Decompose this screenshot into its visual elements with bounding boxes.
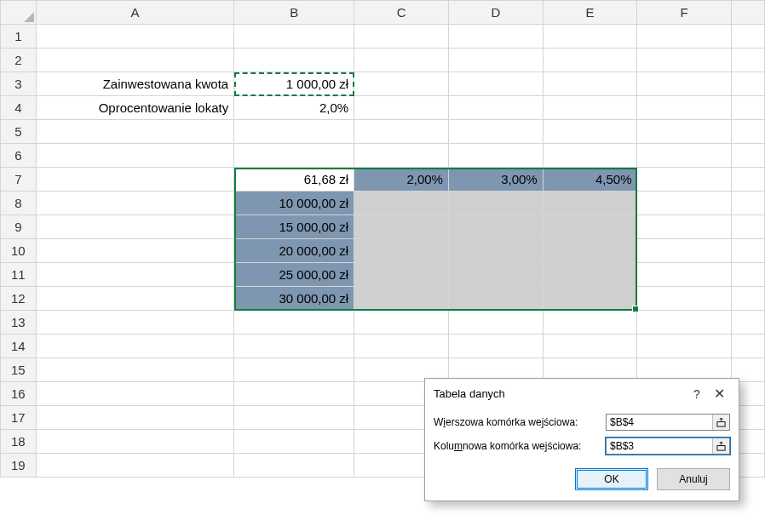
row-header-5[interactable]: 5	[1, 120, 37, 144]
cell-D2[interactable]	[448, 49, 543, 72]
row-header-15[interactable]: 15	[1, 358, 37, 382]
row-header-10[interactable]: 10	[1, 239, 37, 263]
cell-B1[interactable]	[234, 25, 354, 49]
cell-E4[interactable]	[543, 96, 637, 120]
cell-E2[interactable]	[543, 49, 637, 72]
cell-D10[interactable]	[448, 239, 543, 263]
cell-C10[interactable]	[354, 239, 449, 263]
cell-B16[interactable]	[234, 382, 354, 406]
cell-F9[interactable]	[637, 215, 731, 239]
cell-D3[interactable]	[448, 72, 543, 96]
cell-F2[interactable]	[637, 49, 731, 72]
cell-B12[interactable]: 30 000,00 zł	[234, 287, 354, 311]
cell-B7[interactable]: 61,68 zł	[234, 168, 354, 192]
cell-A3[interactable]: Zainwestowana kwota	[36, 72, 234, 96]
cell-F12[interactable]	[637, 287, 731, 311]
cell-D9[interactable]	[448, 215, 543, 239]
row-header-14[interactable]: 14	[1, 335, 37, 358]
col-range-picker-icon[interactable]	[712, 438, 729, 454]
cell-blank-5[interactable]	[731, 120, 764, 144]
cell-A5[interactable]	[36, 120, 234, 144]
cell-A19[interactable]	[36, 454, 234, 478]
cell-D6[interactable]	[448, 144, 543, 168]
row-header-6[interactable]: 6	[1, 144, 37, 168]
cell-A9[interactable]	[36, 215, 234, 239]
cell-B10[interactable]: 20 000,00 zł	[234, 239, 354, 263]
cell-F5[interactable]	[637, 120, 731, 144]
cell-B6[interactable]	[234, 144, 354, 168]
cell-A11[interactable]	[36, 263, 234, 287]
cell-A1[interactable]	[36, 25, 234, 49]
cell-E9[interactable]	[543, 215, 637, 239]
cell-E8[interactable]	[543, 192, 637, 215]
cell-F3[interactable]	[637, 72, 731, 96]
col-header-blank[interactable]	[731, 1, 764, 25]
cell-D7[interactable]: 3,00%	[448, 168, 543, 192]
cell-B13[interactable]	[234, 311, 354, 335]
cell-blank-9[interactable]	[731, 215, 764, 239]
cell-D4[interactable]	[448, 96, 543, 120]
cell-E11[interactable]	[543, 263, 637, 287]
cell-F14[interactable]	[637, 335, 731, 358]
cell-C13[interactable]	[354, 311, 449, 335]
col-header-B[interactable]: B	[234, 1, 354, 25]
cell-blank-11[interactable]	[731, 263, 764, 287]
cell-E7[interactable]: 4,50%	[543, 168, 637, 192]
row-header-7[interactable]: 7	[1, 168, 37, 192]
cell-A16[interactable]	[36, 382, 234, 406]
cell-F4[interactable]	[637, 96, 731, 120]
cell-C7[interactable]: 2,00%	[354, 168, 449, 192]
cell-blank-7[interactable]	[731, 168, 764, 192]
cell-F13[interactable]	[637, 311, 731, 335]
cell-D13[interactable]	[448, 311, 543, 335]
col-header-A[interactable]: A	[36, 1, 234, 25]
cell-A17[interactable]	[36, 406, 234, 430]
cell-F1[interactable]	[637, 25, 731, 49]
col-input-field[interactable]	[607, 438, 712, 454]
row-header-11[interactable]: 11	[1, 263, 37, 287]
cell-B9[interactable]: 15 000,00 zł	[234, 215, 354, 239]
cell-D12[interactable]	[448, 287, 543, 311]
cell-D11[interactable]	[448, 263, 543, 287]
cell-blank-6[interactable]	[731, 144, 764, 168]
cell-C6[interactable]	[354, 144, 449, 168]
cell-C12[interactable]	[354, 287, 449, 311]
cell-B19[interactable]	[234, 454, 354, 478]
cell-F6[interactable]	[637, 144, 731, 168]
cell-C3[interactable]	[354, 72, 449, 96]
cell-E14[interactable]	[543, 335, 637, 358]
cell-A14[interactable]	[36, 335, 234, 358]
row-header-4[interactable]: 4	[1, 96, 37, 120]
cell-D8[interactable]	[448, 192, 543, 215]
cell-B8[interactable]: 10 000,00 zł	[234, 192, 354, 215]
row-header-9[interactable]: 9	[1, 215, 37, 239]
cell-C8[interactable]	[354, 192, 449, 215]
close-icon[interactable]: ✕	[708, 386, 730, 402]
col-input-refbox[interactable]	[606, 438, 730, 455]
cell-E10[interactable]	[543, 239, 637, 263]
cell-A13[interactable]	[36, 311, 234, 335]
row-header-8[interactable]: 8	[1, 192, 37, 215]
cell-A4[interactable]: Oprocentowanie lokaty	[36, 96, 234, 120]
cell-A15[interactable]	[36, 358, 234, 382]
cell-D1[interactable]	[448, 25, 543, 49]
cell-C1[interactable]	[354, 25, 449, 49]
cell-E1[interactable]	[543, 25, 637, 49]
cell-B5[interactable]	[234, 120, 354, 144]
row-header-16[interactable]: 16	[1, 382, 37, 406]
help-icon[interactable]: ?	[686, 387, 708, 401]
cell-E12[interactable]	[543, 287, 637, 311]
cell-blank-12[interactable]	[731, 287, 764, 311]
cell-B2[interactable]	[234, 49, 354, 72]
row-header-1[interactable]: 1	[1, 25, 37, 49]
row-header-19[interactable]: 19	[1, 454, 37, 478]
cell-C2[interactable]	[354, 49, 449, 72]
cell-blank-8[interactable]	[731, 192, 764, 215]
cell-blank-2[interactable]	[731, 49, 764, 72]
cell-F8[interactable]	[637, 192, 731, 215]
cell-B4[interactable]: 2,0%	[234, 96, 354, 120]
cell-blank-13[interactable]	[731, 311, 764, 335]
row-header-3[interactable]: 3	[1, 72, 37, 96]
cell-B11[interactable]: 25 000,00 zł	[234, 263, 354, 287]
col-header-E[interactable]: E	[543, 1, 637, 25]
